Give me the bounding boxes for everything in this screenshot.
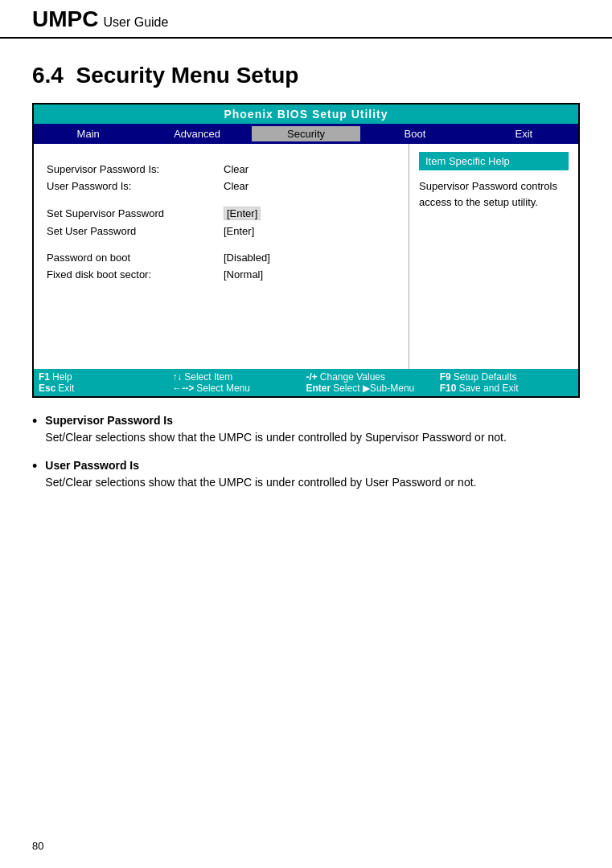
- bios-field-set-supervisor-password[interactable]: Set Supervisor Password [Enter]: [47, 207, 396, 220]
- bios-label-user-password-is: User Password Is:: [47, 180, 224, 192]
- bios-content: Supervisor Password Is: Clear User Passw…: [34, 144, 578, 369]
- bullet-content-supervisor: Supervisor Password Is Set/Clear selecti…: [45, 412, 507, 446]
- page-title-umpc: UMPC: [32, 6, 98, 32]
- bullet-title-supervisor: Supervisor Password Is: [45, 414, 173, 427]
- bios-menu-advanced[interactable]: Advanced: [142, 126, 251, 141]
- bios-label-password-on-boot: Password on boot: [47, 252, 224, 264]
- bios-value-password-on-boot: [Disabled]: [224, 252, 270, 264]
- bios-footer-f1-help: F1 Help: [39, 371, 172, 383]
- bios-title: Phoenix BIOS Setup Utility: [34, 104, 578, 124]
- bios-footer-lr-select-menu: ←--> Select Menu: [172, 383, 306, 394]
- bios-menu-security[interactable]: Security: [252, 126, 360, 141]
- bios-field-password-on-boot[interactable]: Password on boot [Disabled]: [47, 252, 396, 264]
- bios-menu-boot[interactable]: Boot: [360, 126, 469, 141]
- bios-field-supervisor-password-is: Supervisor Password Is: Clear: [47, 163, 396, 175]
- bullet-content-user: User Password Is Set/Clear selections sh…: [45, 457, 476, 491]
- bios-footer-plusminus-change: -/+ Change Values: [306, 371, 440, 383]
- bios-utility-box: Phoenix BIOS Setup Utility Main Advanced…: [32, 103, 580, 398]
- bios-label-fixed-disk-boot: Fixed disk boot sector:: [47, 268, 224, 280]
- bios-left-panel: Supervisor Password Is: Clear User Passw…: [34, 144, 409, 369]
- bios-footer-row-1: F1 Help ↑↓ Select Item -/+ Change Values…: [39, 371, 573, 383]
- bios-field-fixed-disk-boot[interactable]: Fixed disk boot sector: [Normal]: [47, 268, 396, 280]
- bios-footer-f10-save: F10 Save and Exit: [440, 383, 573, 394]
- bios-label-set-supervisor-password: Set Supervisor Password: [47, 207, 224, 219]
- bios-value-supervisor-password-is: Clear: [224, 163, 248, 175]
- bullet-item-user: • User Password Is Set/Clear selections …: [32, 457, 580, 491]
- bullet-dot-user: •: [32, 459, 37, 473]
- page-title-sub: User Guide: [103, 15, 168, 30]
- bullet-section: • Supervisor Password Is Set/Clear selec…: [32, 412, 580, 491]
- bios-footer-arrows-select-item: ↑↓ Select Item: [172, 371, 306, 383]
- bios-label-supervisor-password-is: Supervisor Password Is:: [47, 163, 224, 175]
- bios-footer-esc-exit: Esc Exit: [39, 383, 172, 394]
- bios-help-text: Supervisor Password controls access to t…: [419, 178, 569, 210]
- page-body: 6.4 Security Menu Setup Phoenix BIOS Set…: [0, 39, 612, 518]
- bullet-body-supervisor: Set/Clear selections show that the UMPC …: [45, 431, 507, 444]
- bios-help-header: Item Specific Help: [419, 152, 569, 170]
- bios-footer-row-2: Esc Exit ←--> Select Menu Enter Select ▶…: [39, 383, 573, 394]
- bios-menu-row: Main Advanced Security Boot Exit: [34, 124, 578, 144]
- bios-label-set-user-password: Set User Password: [47, 225, 224, 237]
- bios-menu-main[interactable]: Main: [34, 126, 142, 141]
- bios-value-user-password-is: Clear: [224, 180, 248, 192]
- bios-right-panel: Item Specific Help Supervisor Password c…: [409, 144, 578, 369]
- bullet-item-supervisor: • Supervisor Password Is Set/Clear selec…: [32, 412, 580, 446]
- bios-field-user-password-is: User Password Is: Clear: [47, 180, 396, 192]
- bios-value-set-user-password: [Enter]: [224, 225, 254, 237]
- bios-menu-exit[interactable]: Exit: [470, 126, 578, 141]
- bios-footer-enter-select: Enter Select ▶Sub-Menu: [306, 383, 440, 394]
- bios-footer-f9-defaults: F9 Setup Defaults: [440, 371, 573, 383]
- bullet-title-user: User Password Is: [45, 459, 139, 472]
- bullet-body-user: Set/Clear selections show that the UMPC …: [45, 476, 476, 489]
- bios-footer: F1 Help ↑↓ Select Item -/+ Change Values…: [34, 369, 578, 396]
- bios-value-fixed-disk-boot: [Normal]: [224, 268, 263, 280]
- bios-field-set-user-password[interactable]: Set User Password [Enter]: [47, 225, 396, 237]
- bios-value-set-supervisor-password: [Enter]: [224, 207, 261, 220]
- bullet-dot-supervisor: •: [32, 414, 37, 428]
- page-header: UMPC User Guide: [0, 0, 612, 39]
- section-title: 6.4 Security Menu Setup: [32, 63, 580, 88]
- page-number: 80: [32, 840, 43, 852]
